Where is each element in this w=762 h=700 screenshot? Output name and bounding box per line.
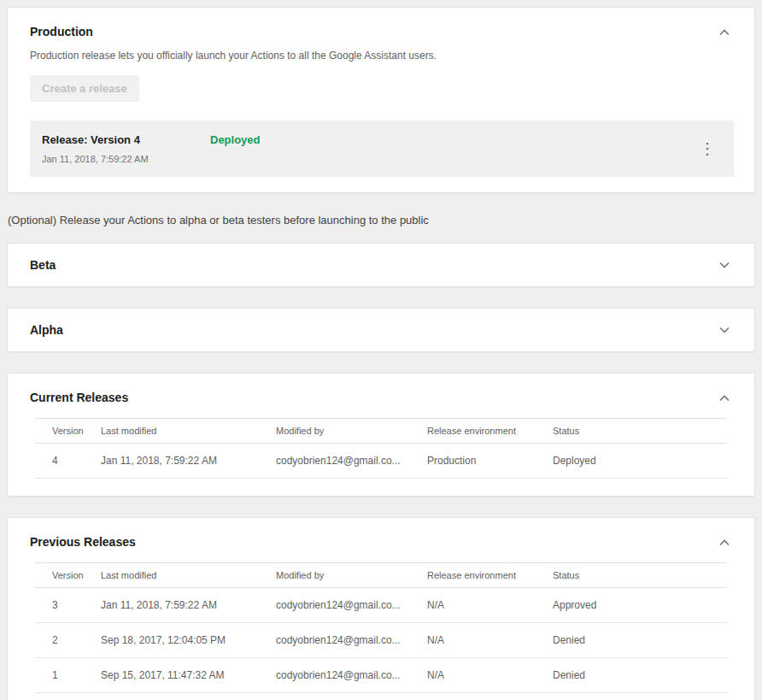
create-release-button[interactable]: Create a release — [30, 75, 139, 102]
cell-last-modified: Sep 18, 2017, 12:04:05 PM — [101, 623, 276, 658]
production-release-row: Release: Version 4 Deployed Jan 11, 2018… — [30, 121, 734, 177]
alpha-title: Alpha — [30, 323, 63, 337]
cell-modified-by: codyobrien124@gmail.co... — [276, 588, 427, 623]
release-info: Release: Version 4 Deployed Jan 11, 2018… — [42, 133, 261, 164]
alpha-card: Alpha — [7, 308, 755, 352]
current-releases-table: Version Last modified Modified by Releas… — [35, 418, 727, 479]
cell-status: Denied — [553, 623, 727, 658]
cell-modified-by: codyobrien124@gmail.co... — [276, 444, 427, 479]
cell-status: Denied — [553, 658, 727, 693]
cell-version: 2 — [35, 623, 101, 658]
beta-card: Beta — [7, 243, 755, 287]
current-releases-card-header[interactable]: Current Releases — [8, 374, 754, 404]
releases-page: Production Production release lets you o… — [0, 0, 762, 700]
column-header-version: Version — [35, 419, 101, 444]
production-card: Production Production release lets you o… — [7, 7, 755, 193]
column-header-version: Version — [35, 563, 101, 588]
current-releases-title: Current Releases — [30, 391, 128, 404]
previous-releases-title: Previous Releases — [30, 535, 136, 549]
table-header-row: Version Last modified Modified by Releas… — [35, 563, 727, 588]
beta-card-header[interactable]: Beta — [8, 244, 754, 286]
table-row: 1 Sep 15, 2017, 11:47:32 AM codyobrien12… — [35, 658, 727, 693]
previous-releases-card-header[interactable]: Previous Releases — [8, 518, 754, 549]
cell-last-modified: Sep 15, 2017, 11:47:32 AM — [101, 658, 276, 693]
current-releases-card: Current Releases Version Last modified M… — [7, 373, 755, 497]
previous-releases-table: Version Last modified Modified by Releas… — [35, 562, 727, 693]
cell-status: Deployed — [553, 444, 727, 479]
column-header-modified-by: Modified by — [276, 563, 427, 588]
release-name: Release: Version 4 — [42, 133, 210, 146]
chevron-up-icon[interactable] — [717, 26, 732, 38]
cell-last-modified: Jan 11, 2018, 7:59:22 AM — [101, 444, 276, 479]
cell-version: 3 — [35, 588, 101, 623]
column-header-last-modified: Last modified — [101, 419, 276, 444]
cell-release-environment: N/A — [427, 588, 553, 623]
cell-version: 4 — [35, 444, 101, 479]
table-row: 2 Sep 18, 2017, 12:04:05 PM codyobrien12… — [35, 623, 727, 658]
release-title-line: Release: Version 4 Deployed — [42, 133, 261, 146]
chevron-down-icon[interactable] — [717, 325, 732, 336]
cell-modified-by: codyobrien124@gmail.co... — [276, 623, 427, 658]
cell-release-environment: Production — [427, 444, 553, 479]
column-header-status: Status — [553, 419, 727, 444]
production-description: Production release lets you officially l… — [30, 50, 732, 62]
column-header-status: Status — [553, 563, 727, 588]
column-header-last-modified: Last modified — [101, 563, 276, 588]
production-title: Production — [30, 25, 93, 38]
chevron-up-icon[interactable] — [717, 392, 732, 403]
alpha-card-header[interactable]: Alpha — [8, 309, 754, 351]
chevron-up-icon[interactable] — [717, 537, 732, 548]
column-header-release-environment: Release environment — [427, 563, 553, 588]
optional-note: (Optional) Release your Actions to alpha… — [8, 214, 755, 226]
production-card-header[interactable]: Production — [8, 8, 754, 38]
cell-release-environment: N/A — [427, 623, 553, 658]
table-row: 4 Jan 11, 2018, 7:59:22 AM codyobrien124… — [35, 444, 727, 479]
more-options-icon[interactable]: ⋮ — [693, 138, 722, 160]
release-date: Jan 11, 2018, 7:59:22 AM — [42, 154, 261, 164]
table-header-row: Version Last modified Modified by Releas… — [35, 419, 727, 444]
table-row: 3 Jan 11, 2018, 7:59:22 AM codyobrien124… — [35, 588, 727, 623]
cell-last-modified: Jan 11, 2018, 7:59:22 AM — [101, 588, 276, 623]
cell-version: 1 — [35, 658, 101, 693]
chevron-down-icon[interactable] — [717, 260, 732, 271]
cell-release-environment: N/A — [427, 658, 553, 693]
column-header-release-environment: Release environment — [427, 419, 553, 444]
column-header-modified-by: Modified by — [276, 419, 427, 444]
previous-releases-card: Previous Releases Version Last modified … — [7, 517, 755, 700]
cell-modified-by: codyobrien124@gmail.co... — [276, 658, 427, 693]
cell-status: Approved — [553, 588, 727, 623]
release-status-badge: Deployed — [210, 133, 261, 146]
beta-title: Beta — [30, 258, 56, 272]
